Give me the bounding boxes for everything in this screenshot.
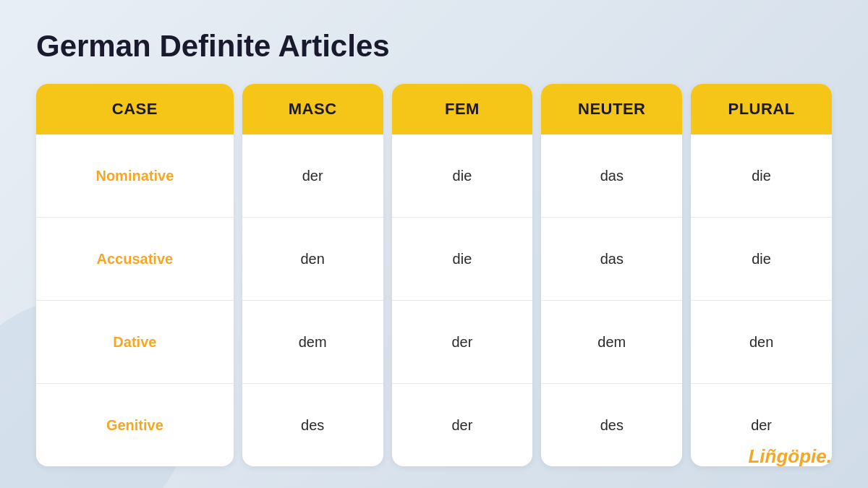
cell-case-row1: Accusative [36,218,234,301]
col-header-plural: PLURAL [691,84,832,134]
cell-neuter-row0: das [541,134,682,218]
cell-masc-row2: dem [242,301,383,384]
col-header-neuter: NEUTER [541,84,682,134]
cell-case-row2: Dative [36,301,234,384]
cell-fem-row0: die [392,134,533,218]
cell-fem-row1: die [392,218,533,301]
page-title: German Definite Articles [36,29,832,64]
col-header-fem: FEM [392,84,533,134]
cell-masc-row1: den [242,218,383,301]
cell-plural-row1: die [691,218,832,301]
col-body-case: NominativeAccusativeDativeGenitive [36,134,234,466]
column-masc: MASCderdendemdes [242,84,383,466]
column-plural: PLURALdiediedender [691,84,832,466]
cell-plural-row0: die [691,134,832,218]
col-body-masc: derdendemdes [242,134,383,466]
column-case: CASENominativeAccusativeDativeGenitive [36,84,234,466]
cell-plural-row2: den [691,301,832,384]
cell-case-row0: Nominative [36,134,234,218]
brand-logo: Liñgöpie. [748,445,832,468]
col-header-case: CASE [36,84,234,134]
column-fem: FEMdiediederder [392,84,533,466]
cell-neuter-row3: des [541,384,682,466]
cell-neuter-row1: das [541,218,682,301]
col-body-plural: diediedender [691,134,832,466]
cell-masc-row0: der [242,134,383,218]
cell-fem-row3: der [392,384,533,466]
col-header-masc: MASC [242,84,383,134]
col-body-fem: diediederder [392,134,533,466]
cell-case-row3: Genitive [36,384,234,466]
articles-table: CASENominativeAccusativeDativeGenitiveMA… [36,84,832,466]
cell-masc-row3: des [242,384,383,466]
col-body-neuter: dasdasdemdes [541,134,682,466]
cell-fem-row2: der [392,301,533,384]
column-neuter: NEUTERdasdasdemdes [541,84,682,466]
cell-neuter-row2: dem [541,301,682,384]
